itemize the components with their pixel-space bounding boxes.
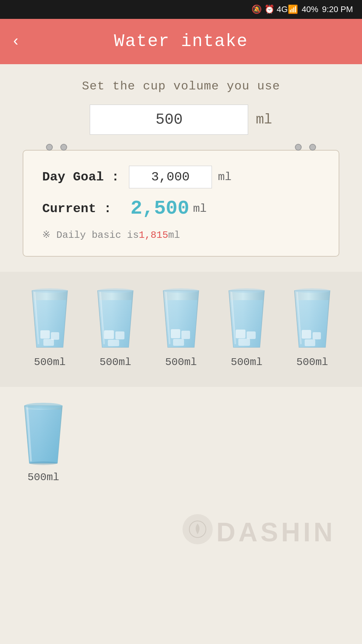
watermark: DASHIN bbox=[19, 487, 343, 555]
svg-point-15 bbox=[229, 288, 264, 293]
glass-item-5[interactable]: 500ml bbox=[288, 287, 337, 368]
glass-label-2: 500ml bbox=[100, 356, 131, 368]
page-title: Water intake bbox=[114, 32, 248, 51]
glass-item-2[interactable]: 500ml bbox=[91, 287, 140, 368]
svg-rect-6 bbox=[108, 340, 119, 346]
svg-rect-4 bbox=[104, 330, 114, 339]
glass-svg-5 bbox=[288, 287, 337, 351]
current-value: 2,500 bbox=[130, 197, 189, 220]
svg-rect-0 bbox=[40, 330, 50, 339]
svg-point-7 bbox=[98, 288, 133, 293]
clock: 9:20 PM bbox=[322, 5, 353, 14]
current-unit: ml bbox=[193, 202, 207, 215]
svg-point-20 bbox=[25, 403, 62, 409]
day-goal-unit: ml bbox=[218, 171, 232, 183]
status-icons: 🔕 ⏰ 4G📶 bbox=[252, 5, 298, 14]
glass-item-1[interactable]: 500ml bbox=[25, 287, 74, 368]
daily-basic-value: 1,815 bbox=[139, 230, 168, 241]
day-goal-label: Day Goal : bbox=[42, 170, 129, 184]
glasses-section-2: 500ml DASHIN bbox=[0, 387, 362, 578]
current-row: Current : 2,500 ml bbox=[42, 197, 320, 220]
glass-svg-6 bbox=[19, 402, 68, 466]
svg-rect-10 bbox=[173, 339, 184, 346]
svg-rect-16 bbox=[302, 330, 311, 339]
svg-rect-14 bbox=[238, 339, 250, 346]
svg-rect-12 bbox=[236, 330, 245, 338]
svg-point-11 bbox=[163, 288, 199, 293]
svg-rect-5 bbox=[115, 331, 124, 339]
glasses-section-1: 500ml bbox=[0, 272, 362, 387]
daily-basic-suffix: ml bbox=[168, 230, 180, 241]
svg-point-3 bbox=[32, 288, 67, 293]
glass-item-4[interactable]: 500ml bbox=[222, 287, 271, 368]
right-pins bbox=[295, 144, 316, 151]
svg-point-19 bbox=[295, 288, 330, 293]
status-bar: 🔕 ⏰ 4G📶 40% 9:20 PM bbox=[0, 0, 362, 19]
glass-svg-4 bbox=[222, 287, 271, 351]
cup-volume-label: Set the cup volume you use bbox=[23, 79, 339, 93]
daily-basic-row: ※ Daily basic is1,815ml bbox=[42, 229, 320, 241]
goal-card: Day Goal : ml Current : 2,500 ml ※ Daily… bbox=[23, 150, 339, 257]
svg-rect-18 bbox=[305, 339, 315, 346]
pin-left-1 bbox=[46, 144, 53, 151]
svg-rect-17 bbox=[313, 332, 321, 339]
glasses-row-2: 500ml bbox=[19, 402, 343, 483]
cup-volume-row: ml bbox=[23, 105, 339, 135]
watermark-text: DASHIN bbox=[216, 517, 336, 547]
svg-rect-9 bbox=[181, 331, 190, 339]
pin-right-2 bbox=[309, 144, 316, 151]
glass-item-3[interactable]: 500ml bbox=[156, 287, 206, 368]
header: ‹ Water intake bbox=[0, 19, 362, 64]
svg-rect-13 bbox=[247, 331, 256, 339]
current-label: Current : bbox=[42, 202, 129, 216]
day-goal-row: Day Goal : ml bbox=[42, 166, 320, 188]
svg-rect-2 bbox=[43, 339, 54, 346]
daily-basic-prefix: ※ Daily basic is bbox=[42, 230, 139, 241]
glasses-row-1: 500ml bbox=[19, 287, 343, 368]
glass-svg-3 bbox=[156, 287, 206, 351]
glass-label-3: 500ml bbox=[165, 356, 197, 368]
volume-unit: ml bbox=[256, 112, 272, 128]
day-goal-input[interactable] bbox=[129, 166, 212, 188]
pin-left-2 bbox=[60, 144, 67, 151]
left-pins bbox=[46, 144, 67, 151]
glass-label-6: 500ml bbox=[28, 471, 59, 483]
glass-label-4: 500ml bbox=[231, 356, 262, 368]
watermark-icon bbox=[183, 514, 213, 544]
main-content: Set the cup volume you use ml Day Goal :… bbox=[0, 64, 362, 272]
glass-label-1: 500ml bbox=[34, 356, 66, 368]
glass-svg-2 bbox=[91, 287, 140, 351]
battery-level: 40% bbox=[302, 5, 318, 14]
glass-svg-1 bbox=[25, 287, 74, 351]
cup-volume-input[interactable] bbox=[90, 105, 248, 135]
svg-rect-8 bbox=[171, 329, 180, 338]
back-button[interactable]: ‹ bbox=[11, 33, 20, 50]
glass-item-6[interactable]: 500ml bbox=[19, 402, 68, 483]
watermark-logo-icon bbox=[188, 520, 207, 539]
pin-right-1 bbox=[295, 144, 302, 151]
svg-point-21 bbox=[29, 461, 57, 465]
svg-rect-1 bbox=[51, 332, 59, 340]
glass-label-5: 500ml bbox=[296, 356, 328, 368]
card-pins bbox=[23, 144, 339, 151]
